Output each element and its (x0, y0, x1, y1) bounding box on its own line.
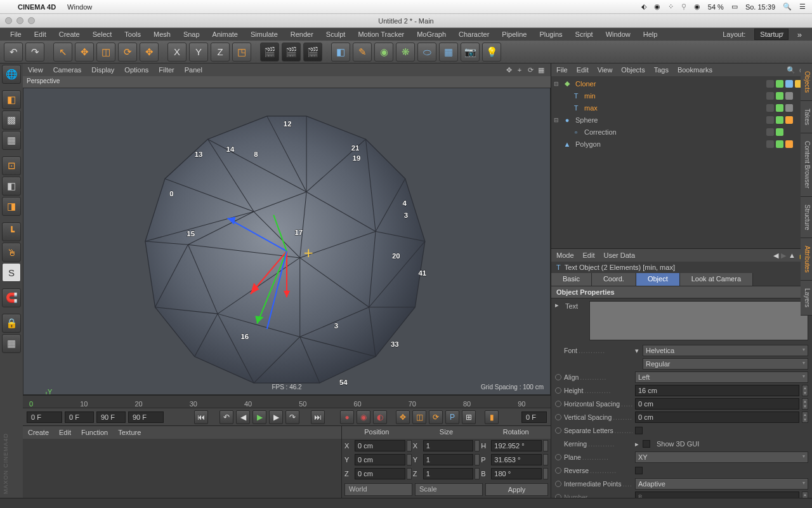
zoom-view-icon[interactable]: + (515, 65, 524, 74)
menu-simulate[interactable]: Simulate (246, 29, 283, 39)
current-frame[interactable] (27, 411, 62, 423)
tree-row-min[interactable]: Tmin (551, 90, 812, 102)
select-tool[interactable]: ↖ (53, 43, 72, 62)
rot-b[interactable] (491, 468, 542, 479)
menu-help[interactable]: Help (638, 29, 663, 39)
key-scl[interactable]: ◫ (412, 410, 426, 424)
edge-tab-attributes[interactable]: Attributes (801, 238, 812, 281)
workplane-mode[interactable]: ▦ (2, 131, 21, 150)
bluetooth-icon[interactable]: ⚲ (681, 3, 686, 11)
search-icon[interactable]: 🔍 (787, 65, 796, 74)
vp-menu-cameras[interactable]: Cameras (53, 66, 82, 74)
key-pla[interactable]: ⊞ (462, 410, 476, 424)
menu-mesh[interactable]: Mesh (148, 29, 176, 39)
points-mode[interactable]: ⊡ (2, 156, 21, 175)
camera[interactable]: 📷 (461, 43, 480, 62)
sepletters-check[interactable] (635, 427, 643, 434)
om-tags[interactable]: Tags (654, 66, 669, 74)
axis-mode[interactable]: ┗ (2, 222, 21, 241)
edge-tab-objects[interactable]: Objects (801, 64, 812, 101)
apps-icon[interactable]: ⁘ (668, 3, 674, 11)
menu-tools[interactable]: Tools (119, 29, 146, 39)
film-icon[interactable]: ▮ (485, 410, 499, 424)
battery-icon[interactable]: ▭ (731, 3, 738, 11)
light[interactable]: 💡 (482, 43, 501, 62)
lock-mode[interactable]: 🔒 (2, 314, 21, 333)
attr-tab-coord[interactable]: Coord. (592, 273, 636, 286)
array[interactable]: ❋ (396, 43, 415, 62)
rotate-view-icon[interactable]: ⟳ (526, 65, 535, 74)
reverse-check[interactable] (635, 467, 643, 474)
key-sel[interactable]: ◐ (373, 410, 387, 424)
om-edit[interactable]: Edit (577, 66, 589, 74)
attr-menu-edit[interactable]: Edit (583, 251, 595, 259)
om-bookmarks[interactable]: Bookmarks (678, 66, 712, 74)
attr-tab-object[interactable]: Object (636, 273, 680, 286)
vp-menu-filter[interactable]: Filter (159, 66, 174, 74)
viewport[interactable]: 12 13 14 8 21 19 0 4 3 15 17 20 41 3 33 … (23, 88, 551, 395)
tweak-mode[interactable]: 🖱 (2, 243, 21, 262)
tree-row-sphere[interactable]: ⊟●Sphere (551, 114, 812, 126)
vspacing-field[interactable] (635, 411, 799, 423)
soft-select[interactable]: 🧲 (2, 288, 21, 307)
nav-fwd-icon[interactable]: ▶ (781, 251, 786, 260)
subdiv[interactable]: ◉ (374, 43, 393, 62)
menu-icon[interactable]: ☰ (799, 3, 806, 11)
move-view-icon[interactable]: ✥ (504, 65, 513, 74)
next-frame[interactable]: ▶ (269, 410, 283, 424)
goto-start[interactable]: ⏮ (194, 410, 208, 424)
layout-menu-icon[interactable]: » (792, 29, 807, 41)
key-pos[interactable]: ✥ (396, 410, 410, 424)
align-select[interactable]: Left (635, 371, 808, 383)
render-picture[interactable]: 🎬 (282, 43, 301, 62)
size-x[interactable] (423, 440, 474, 451)
traffic-lights[interactable] (5, 17, 35, 24)
texture-mode[interactable]: ▩ (2, 110, 21, 130)
menu-animate[interactable]: Animate (207, 29, 243, 39)
edge-tab-layers[interactable]: Layers (801, 281, 812, 316)
spotlight-icon[interactable]: 🔍 (783, 3, 792, 11)
mac-menu-window[interactable]: Window (67, 3, 92, 11)
vp-menu-view[interactable]: View (28, 66, 43, 74)
tree-row-cloner[interactable]: ⊟◆Cloner (551, 77, 812, 90)
size-z[interactable] (423, 468, 474, 479)
coord-sys[interactable]: ◳ (232, 43, 251, 62)
text-field[interactable] (589, 301, 808, 340)
end-field[interactable] (521, 411, 547, 423)
pos-z[interactable] (355, 468, 405, 479)
key-param[interactable]: P (445, 410, 459, 424)
size-y[interactable] (423, 454, 474, 465)
polys-mode[interactable]: ◨ (2, 197, 21, 216)
layout-dropdown[interactable]: Startup (754, 29, 788, 40)
record-key[interactable]: ● (340, 410, 354, 424)
pos-y[interactable] (355, 454, 405, 465)
move-tool[interactable]: ✥ (75, 43, 94, 62)
redo-button[interactable]: ↷ (25, 43, 44, 62)
menu-pipeline[interactable]: Pipeline (497, 29, 532, 39)
mat-tab-create[interactable]: Create (28, 429, 49, 436)
next-key[interactable]: ↷ (285, 410, 299, 424)
key-rot[interactable]: ⟳ (429, 410, 443, 424)
vp-menu-display[interactable]: Display (91, 66, 114, 74)
plane-select[interactable]: XY (635, 451, 808, 463)
app-name[interactable]: CINEMA 4D (18, 3, 56, 11)
edge-tab-takes[interactable]: Takes (801, 101, 812, 133)
height-field[interactable] (635, 385, 799, 396)
end-frame[interactable] (128, 411, 164, 423)
om-file[interactable]: File (556, 66, 568, 74)
object-tree[interactable]: ⊟◆ClonerTminTmax⊟●Sphere▫Correction▲Poly… (551, 76, 812, 248)
font-select[interactable]: Helvetica (643, 345, 808, 356)
nav-back-icon[interactable]: ◀ (773, 251, 778, 260)
menu-mograph[interactable]: MoGraph (412, 29, 451, 39)
attr-tab-lookatcamera[interactable]: Look at Camera (680, 273, 753, 286)
render-settings[interactable]: 🎬 (303, 43, 322, 62)
cube-primitive[interactable]: ◧ (331, 43, 350, 62)
attr-tab-basic[interactable]: Basic (551, 273, 592, 286)
interp-select[interactable]: Adaptive (635, 478, 808, 490)
mat-tab-texture[interactable]: Texture (118, 429, 141, 436)
tree-row-polygon[interactable]: ▲Polygon (551, 138, 812, 150)
x-axis[interactable]: X (167, 43, 187, 62)
last-tool[interactable]: ✥ (140, 43, 159, 62)
menu-motion tracker[interactable]: Motion Tracker (353, 29, 409, 39)
play-button[interactable]: ▶ (252, 410, 266, 424)
